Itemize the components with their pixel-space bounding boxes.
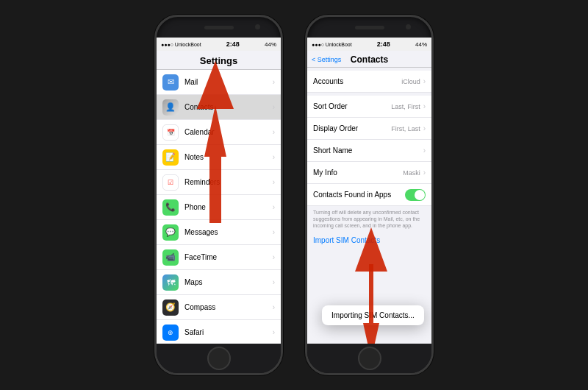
home-button-2[interactable]: [358, 347, 381, 370]
import-sim-link[interactable]: Import SIM Contacts: [307, 232, 431, 249]
safari-chevron: ›: [273, 328, 275, 336]
speaker-2: [355, 26, 384, 29]
facetime-chevron: ›: [273, 253, 275, 261]
time-display: 2:48: [226, 40, 240, 48]
messages-label: Messages: [184, 228, 273, 236]
contacts-nav: < Settings Contacts: [307, 51, 431, 68]
phone-bottom-2: [307, 344, 431, 373]
settings-list: ✉ Mail › 👤 Contacts › 📅 Calendar › 📝: [157, 69, 281, 344]
calendar-label: Calendar: [184, 128, 273, 136]
phone-top: [157, 17, 281, 38]
display-order-item[interactable]: Display Order First, Last ›: [307, 118, 431, 140]
settings-item-mail[interactable]: ✉ Mail ›: [157, 70, 281, 95]
settings-item-calendar[interactable]: 📅 Calendar ›: [157, 120, 281, 145]
speaker: [204, 26, 234, 29]
short-name-item[interactable]: Short Name ›: [307, 140, 431, 162]
camera-2: [406, 24, 411, 29]
calendar-chevron: ›: [273, 128, 275, 136]
carrier-text: ●●●○ UnlockBoot: [161, 42, 201, 47]
mail-icon: ✉: [162, 74, 179, 91]
sort-order-label: Sort Order: [313, 102, 391, 110]
contacts-found-label: Contacts Found in Apps: [313, 191, 405, 199]
compass-label: Compass: [184, 303, 273, 311]
messages-chevron: ›: [273, 228, 275, 236]
sort-order-item[interactable]: Sort Order Last, First ›: [307, 96, 431, 118]
time-display-2: 2:48: [377, 40, 390, 48]
notes-chevron: ›: [273, 153, 275, 161]
description-text: Turning off will delete any unconfirmed …: [307, 206, 431, 232]
contacts-accounts[interactable]: Accounts iCloud ›: [307, 71, 431, 93]
settings-section: Sort Order Last, First › Display Order F…: [307, 96, 431, 206]
settings-item-facetime[interactable]: 📹 FaceTime ›: [157, 245, 281, 270]
phone-contacts: ●●●○ UnlockBoot 2:48 44% < Settings Cont…: [305, 15, 434, 375]
contacts-chevron: ›: [273, 103, 275, 111]
status-left-2: ●●●○ UnlockBoot: [312, 42, 352, 47]
safari-icon: ⊕: [162, 325, 179, 341]
settings-screen: Settings ✉ Mail › 👤 Contacts › 📅 Calenda…: [157, 51, 281, 344]
battery-text-2: 44%: [415, 41, 427, 48]
messages-icon: 💬: [162, 224, 179, 241]
facetime-icon: 📹: [162, 249, 179, 266]
compass-icon: 🧭: [162, 299, 179, 316]
accounts-label: Accounts: [313, 77, 401, 85]
my-info-chevron: ›: [423, 169, 426, 177]
short-name-chevron: ›: [423, 146, 426, 155]
phone-top-2: [307, 17, 431, 38]
settings-item-compass[interactable]: 🧭 Compass ›: [157, 295, 281, 320]
contacts-label: Contacts: [184, 103, 273, 111]
status-right: 44%: [265, 41, 276, 48]
my-info-value: Maski: [403, 169, 420, 177]
settings-item-reminders[interactable]: ☑ Reminders ›: [157, 170, 281, 195]
contacts-title: Contacts: [351, 54, 388, 65]
display-order-label: Display Order: [313, 124, 391, 132]
mail-label: Mail: [184, 78, 273, 86]
short-name-label: Short Name: [313, 146, 423, 155]
home-button[interactable]: [207, 347, 231, 370]
importing-tooltip: Importing SIM Contacts...: [322, 305, 424, 325]
facetime-label: FaceTime: [184, 253, 273, 261]
contacts-screen: < Settings Contacts Accounts iCloud › So…: [307, 51, 431, 344]
accounts-chevron: ›: [423, 77, 426, 85]
reminders-icon: ☑: [162, 174, 179, 191]
phone-bottom: [157, 344, 281, 373]
back-button[interactable]: < Settings: [312, 56, 341, 63]
settings-item-phone[interactable]: 📞 Phone ›: [157, 195, 281, 220]
safari-label: Safari: [184, 328, 273, 336]
status-left: ●●●○ UnlockBoot: [161, 42, 201, 47]
camera: [255, 24, 260, 29]
settings-title: Settings: [157, 51, 281, 69]
contacts-found-toggle[interactable]: [405, 189, 426, 201]
mail-chevron: ›: [273, 78, 275, 86]
carrier-text-2: ●●●○ UnlockBoot: [312, 42, 352, 47]
contacts-icon: 👤: [162, 99, 179, 116]
compass-chevron: ›: [273, 303, 275, 311]
phone-chevron: ›: [273, 203, 275, 211]
accounts-section: Accounts iCloud ›: [307, 71, 431, 93]
accounts-value: iCloud: [401, 78, 420, 85]
phone-label: Phone: [184, 203, 273, 211]
display-order-value: First, Last: [391, 125, 420, 132]
calendar-icon: 📅: [162, 124, 179, 141]
notes-label: Notes: [184, 153, 273, 161]
maps-icon: 🗺: [162, 274, 179, 291]
svg-marker-3: [362, 264, 379, 344]
status-bar-2: ●●●○ UnlockBoot 2:48 44%: [307, 38, 431, 51]
battery-text: 44%: [265, 41, 276, 48]
maps-label: Maps: [184, 278, 273, 286]
status-bar: ●●●○ UnlockBoot 2:48 44%: [157, 38, 281, 51]
reminders-label: Reminders: [184, 178, 273, 186]
sort-order-chevron: ›: [423, 102, 426, 110]
settings-item-contacts[interactable]: 👤 Contacts ›: [157, 95, 281, 120]
my-info-label: My Info: [313, 169, 403, 177]
phone-icon: 📞: [162, 199, 179, 216]
settings-item-notes[interactable]: 📝 Notes ›: [157, 145, 281, 170]
contacts-found-item[interactable]: Contacts Found in Apps: [307, 184, 431, 206]
settings-item-safari[interactable]: ⊕ Safari ›: [157, 320, 281, 344]
my-info-item[interactable]: My Info Importing SIM Contacts... Maski …: [307, 162, 431, 184]
display-order-chevron: ›: [423, 124, 426, 132]
sort-order-value: Last, First: [391, 103, 420, 110]
status-right-2: 44%: [415, 41, 427, 48]
settings-item-messages[interactable]: 💬 Messages ›: [157, 220, 281, 245]
settings-item-maps[interactable]: 🗺 Maps ›: [157, 270, 281, 295]
notes-icon: 📝: [162, 149, 179, 166]
